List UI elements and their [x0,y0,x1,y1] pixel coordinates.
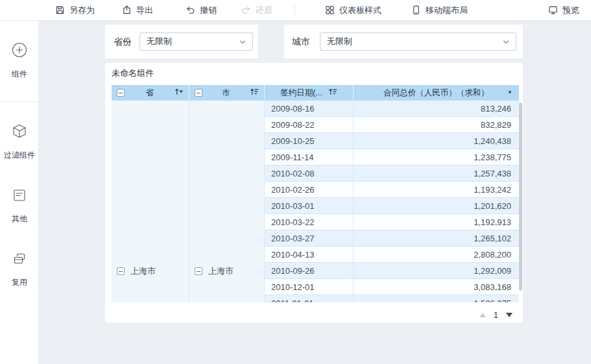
collapse-minus-icon[interactable] [195,89,202,97]
amount-cell: 1,292,009 [354,263,519,278]
date-cell: 2009-08-16 [265,101,354,116]
province-filter-label: 省份 [114,25,132,58]
city-group-cell: 上海市 [189,263,264,279]
sort-filter-icon[interactable] [175,88,184,98]
province-group-value: 上海市 [130,265,156,277]
column-header-sign-date[interactable]: 签约日期(... [265,85,354,101]
document-icon [12,188,27,206]
amount-cell: 1,193,242 [354,182,519,197]
sidebar-item-label: 组件 [12,69,27,79]
date-cell: 2010-02-08 [265,165,354,181]
sidebar-item-label: 过滤组件 [4,151,35,160]
export-button[interactable]: 导出 [122,5,153,16]
date-cell: 2010-03-27 [265,230,354,246]
page-up-icon[interactable] [479,313,486,317]
amount-cell: 1,238,775 [354,149,519,165]
dashboard-style-button[interactable]: 仪表板样式 [325,5,381,16]
date-cell: 2009-10-25 [265,133,354,149]
amount-cell: 1,192,913 [354,214,519,230]
date-cell: 2010-09-26 [265,263,354,278]
caret-down-icon[interactable]: ▼ [507,90,513,96]
table-row: 2010-12-01 3,083,168 [265,279,519,295]
dashboard-editor: 另存为 导出 撤销 还原 仪表板样式 [0,0,591,364]
mobile-layout-label: 移动端布局 [426,5,468,16]
amount-cell: 3,083,168 [354,279,519,295]
column-label: 合同总价（人民币）（求和） [383,88,489,99]
grid-icon [325,5,335,15]
plus-circle-icon [11,42,28,61]
sidebar-item-component[interactable]: 组件 [0,42,39,79]
component-title: 未命名组件 [112,67,154,79]
collapse-minus-icon[interactable] [195,267,202,275]
toolbar-divider [295,5,295,16]
sidebar-item-filter-component[interactable]: 过滤组件 [0,123,39,160]
province-select[interactable]: 无限制 [139,32,253,51]
date-cell: 2010-04-13 [265,247,354,262]
table-row: 2009-08-22 832,829 [265,117,519,133]
redo-button[interactable]: 还原 [241,5,272,16]
table-row: 2010-02-26 1,193,242 [265,182,519,198]
chevron-down-icon [502,38,510,48]
table-row: 2010-03-22 1,192,913 [265,214,519,230]
amount-cell: 1,265,102 [354,230,519,246]
export-label: 导出 [136,5,153,16]
monitor-icon [548,5,558,15]
table-row: 2010-02-08 1,257,438 [265,165,519,182]
amount-cell: 2,808,200 [354,247,519,262]
table-rows: 2009-08-16 813,246 2009-08-22 832,829 20… [265,101,519,302]
province-merged-column: 上海市 [112,101,189,302]
page-down-icon[interactable] [506,313,513,317]
table-row: 2009-11-14 1,238,775 [265,149,519,165]
sidebar-item-label: 复用 [12,278,27,287]
vertical-scrollbar[interactable] [519,103,522,291]
copy-icon [12,251,27,269]
city-select[interactable]: 无限制 [320,32,516,51]
sidebar-item-other[interactable]: 其他 [0,188,39,223]
city-filter-label: 城市 [292,25,310,58]
province-select-value: 无限制 [147,36,172,47]
amount-cell: 1,257,438 [354,165,519,181]
amount-cell: 813,246 [354,101,519,116]
column-header-contract-total[interactable]: 合同总价（人民币）（求和） ▼ [354,85,519,101]
city-group-value: 上海市 [208,265,234,277]
table-row: 2011-01-01 1,526,075 [265,295,519,302]
table-row: 2010-04-13 2,808,200 [265,247,519,263]
chevron-down-icon [239,38,247,48]
sort-icon[interactable] [328,88,337,98]
cube-icon [11,123,28,142]
undo-button[interactable]: 撤销 [186,5,217,16]
redo-label: 还原 [256,5,272,16]
save-as-label: 另存为 [69,5,95,16]
redo-icon [241,5,251,15]
collapse-minus-icon[interactable] [117,89,125,97]
undo-icon [186,5,195,15]
toolbar: 另存为 导出 撤销 还原 仪表板样式 [0,0,591,21]
preview-button[interactable]: 预览 [548,5,579,16]
sort-icon[interactable] [250,88,259,98]
date-cell: 2011-01-01 [265,295,354,302]
amount-cell: 1,526,075 [354,295,519,302]
sidebar-item-label: 其他 [12,214,27,223]
save-as-button[interactable]: 另存为 [55,5,95,16]
date-cell: 2010-03-01 [265,198,354,213]
city-merged-column: 上海市 [189,101,265,302]
pagination: 1 [479,308,513,321]
amount-cell: 832,829 [354,117,519,132]
column-label: 市 [222,88,230,99]
column-header-city[interactable]: 市 [189,85,265,101]
collapse-minus-icon[interactable] [117,267,125,275]
city-select-value: 无限制 [327,36,352,47]
undo-label: 撤销 [200,5,217,16]
table-row: 2010-03-27 1,265,102 [265,230,519,247]
sidebar-divider [0,101,39,102]
date-cell: 2009-11-14 [265,149,354,165]
table-component: 未命名组件 省 市 签约日期(... [105,63,523,322]
date-cell: 2010-03-22 [265,214,354,230]
column-header-province[interactable]: 省 [112,85,189,101]
save-icon [55,5,65,15]
dashboard-style-label: 仪表板样式 [339,5,381,16]
date-cell: 2010-12-01 [265,279,354,295]
sidebar-item-reuse[interactable]: 复用 [0,251,39,287]
column-label: 省 [145,88,154,99]
mobile-layout-button[interactable]: 移动端布局 [411,5,468,16]
